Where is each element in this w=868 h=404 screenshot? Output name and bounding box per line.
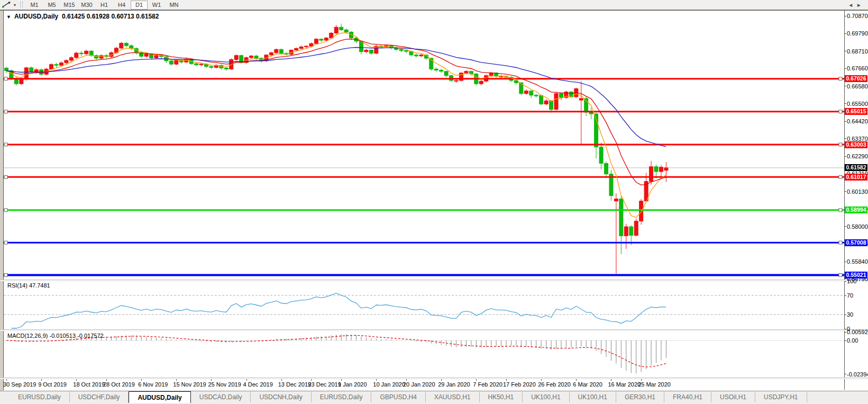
price-axis-label: 0.68710 — [847, 48, 868, 55]
price-tick — [844, 51, 846, 51]
rsi-tick — [844, 315, 846, 315]
price-tick — [844, 262, 846, 262]
candle-body — [209, 66, 213, 67]
date-tick — [106, 379, 107, 381]
macd-tick — [844, 374, 846, 374]
ma-line-fast — [6, 33, 666, 218]
price-tick — [844, 121, 846, 122]
price-axis-label: 0.64420 — [847, 118, 868, 124]
symbol-tab-usdcad-daily[interactable]: USDCAD,Daily — [191, 392, 251, 402]
rsi-axis-label: 30 — [847, 311, 853, 318]
line-handle — [4, 77, 7, 80]
candle-body — [120, 43, 123, 48]
candle-body — [454, 80, 458, 81]
candle-body — [464, 71, 468, 73]
collapse-caret-icon[interactable]: ▼ — [6, 14, 11, 20]
tab-scroll-arrows[interactable]: ◄► — [848, 2, 865, 8]
date-axis-label: 6 Nov 2019 — [138, 381, 168, 388]
candle-body — [195, 64, 198, 65]
price-tick — [844, 33, 846, 34]
candle-body — [444, 71, 448, 76]
candle-body — [624, 227, 628, 236]
date-axis-label: 1 Jan 2020 — [338, 381, 367, 388]
symbol-tab-usdjpy-h1[interactable]: USDJPY,H1 — [755, 392, 807, 402]
line-handle — [4, 241, 7, 244]
symbol-tab-uk100-h1[interactable]: UK100,H1 — [570, 392, 616, 402]
symbol-tab-usoil-h1[interactable]: USOil,H1 — [711, 392, 755, 402]
candle-body — [334, 27, 338, 33]
candle-body — [79, 53, 83, 54]
chart-plot-area[interactable] — [0, 0, 868, 404]
candle-body — [30, 68, 33, 72]
candle-body — [54, 65, 58, 66]
candle-body — [69, 58, 73, 60]
candle-body — [199, 64, 203, 65]
symbol-tab-fra40-h1[interactable]: FRA40,H1 — [664, 392, 711, 402]
symbol-tab-usdcnh-daily[interactable]: USDCNH,Daily — [251, 392, 311, 402]
candle-body — [364, 50, 368, 52]
candle-body — [479, 81, 483, 84]
symbol-tab-hk50-h1[interactable]: HK50,H1 — [480, 392, 523, 402]
date-axis-label: 20 Jan 2020 — [403, 381, 435, 388]
candle-body — [544, 101, 548, 104]
rsi-axis-label: 100 — [847, 278, 856, 284]
candle-body — [534, 95, 538, 96]
symbol-tab-eurusd-daily[interactable]: EURUSD,Daily — [312, 392, 372, 402]
candle-body — [419, 55, 423, 56]
date-axis-label: 25 Mar 2020 — [638, 381, 671, 388]
candle-body — [414, 55, 418, 56]
tab-scroll-right-icon[interactable]: ► — [856, 2, 865, 8]
symbol-tab-usdchf-daily[interactable]: USDCHF,Daily — [70, 392, 129, 402]
rsi-line — [11, 293, 666, 328]
level-price-badge: 0.57008 — [845, 239, 867, 246]
symbol-tabs: EURUSD,DailyUSDCHF,DailyAUDUSD,DailyUSDC… — [10, 391, 807, 404]
candle-body — [489, 73, 493, 76]
line-handle — [839, 77, 842, 80]
rsi-tick — [844, 329, 846, 329]
candle-body — [299, 47, 303, 48]
date-tick — [441, 379, 442, 381]
symbol-tab-xauusd-h1[interactable]: XAUUSD,H1 — [426, 392, 480, 402]
symbol-tab-audusd-daily[interactable]: AUDUSD,Daily — [129, 391, 190, 403]
date-tick — [541, 379, 542, 381]
date-axis-label: 10 Jan 2020 — [373, 381, 405, 388]
tab-scroll-left-icon[interactable]: ◄ — [848, 2, 856, 8]
candle-body — [559, 94, 563, 97]
symbol-tab-gbpusd-h4[interactable]: GBPUSD,H4 — [371, 392, 425, 402]
candle-body — [250, 56, 253, 58]
candle-body — [554, 94, 558, 110]
date-axis-label: 30 Sep 2019 — [3, 381, 36, 388]
date-tick — [246, 379, 247, 381]
price-axis-label: 0.69790 — [847, 30, 868, 37]
symbol-tab-uk100-h1[interactable]: UK100,H1 — [523, 392, 569, 402]
candle-body — [85, 51, 88, 53]
rsi-tick — [844, 295, 846, 296]
line-handle — [4, 175, 7, 178]
rsi-label: RSI(14) 47.7481 — [7, 282, 50, 289]
candle-body — [605, 164, 608, 174]
candle-body — [344, 30, 348, 32]
date-axis-label: 23 Dec 2019 — [308, 381, 341, 388]
candle-body — [589, 112, 593, 114]
candle-body — [269, 53, 273, 55]
price-axis-label: 0.55840 — [847, 258, 868, 265]
candle-body — [659, 167, 663, 172]
line-handle — [4, 110, 7, 113]
date-tick — [6, 379, 7, 381]
candle-body — [234, 56, 238, 60]
macd-axis-label: 0.005923 — [847, 329, 868, 335]
price-tick — [844, 86, 846, 86]
candle-body — [399, 49, 403, 50]
candle-body — [550, 101, 553, 109]
symbol-tab-ger30-h1[interactable]: GER30,H1 — [616, 392, 664, 402]
date-axis-label: 17 Feb 2020 — [503, 381, 536, 388]
date-tick — [141, 379, 142, 381]
symbol-tab-eurusd-daily[interactable]: EURUSD,Daily — [10, 392, 70, 402]
candle-body — [175, 60, 178, 64]
candle-body — [654, 167, 658, 172]
candle-body — [664, 168, 668, 170]
date-axis-label: 16 Mar 2020 — [608, 381, 641, 388]
rsi-tick — [844, 281, 846, 282]
price-tick — [844, 138, 846, 139]
date-tick — [476, 379, 477, 381]
